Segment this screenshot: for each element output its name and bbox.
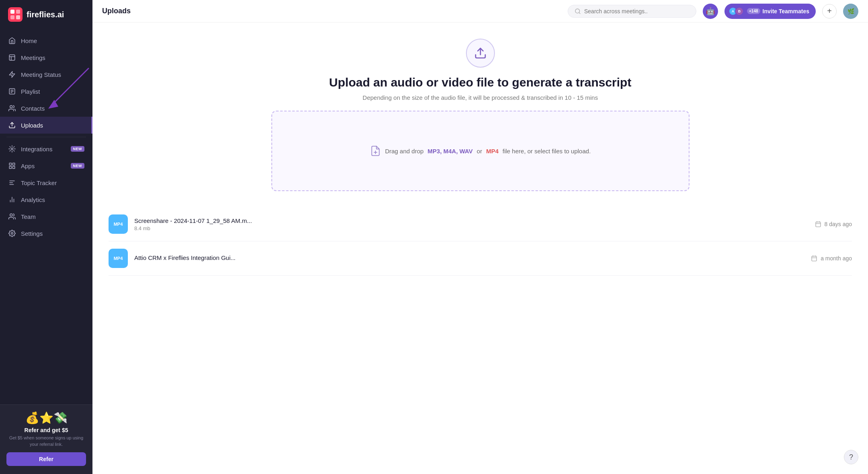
sidebar-item-apps-label: Apps (21, 163, 66, 169)
svg-point-26 (11, 233, 13, 235)
drop-format-red: MP4 (486, 148, 499, 155)
svg-rect-2 (16, 10, 20, 14)
sidebar-item-integrations[interactable]: Integrations NEW (0, 140, 92, 157)
sidebar-item-meetings-label: Meetings (21, 54, 84, 61)
contacts-icon (8, 104, 16, 112)
file-upload-icon (370, 145, 381, 157)
main-content: Uploads 🤖 A B +148 Invite Teammates + 🌿 … (92, 0, 868, 474)
upload-icon (474, 47, 487, 60)
file-badge-1: MP4 (109, 214, 128, 234)
meetings-icon (8, 54, 16, 62)
invite-teammates-button[interactable]: A B +148 Invite Teammates (724, 4, 816, 19)
file-list: MP4 Screenshare - 2024-11-07 1_29_58 AM.… (92, 203, 868, 284)
file-size-1: 8.4 mb (134, 225, 808, 231)
upload-hero: Upload an audio or video file to generat… (92, 23, 868, 203)
home-icon (8, 37, 16, 45)
sidebar-item-contacts-label: Contacts (21, 105, 84, 112)
upload-subtitle: Depending on the size of the audio file,… (363, 94, 598, 101)
search-input[interactable] (584, 8, 689, 14)
file-info-2: Attio CRM x Fireflies Integration Gui... (134, 254, 804, 262)
sidebar: fireflies.ai Home Meetings Meeting Statu… (0, 0, 92, 474)
svg-rect-18 (13, 167, 15, 169)
sidebar-item-meeting-status[interactable]: Meeting Status (0, 66, 92, 83)
sidebar-item-team[interactable]: Team (0, 208, 92, 225)
refer-description: Get $5 when someone signs up using your … (6, 435, 86, 447)
refer-button[interactable]: Refer (6, 452, 86, 466)
file-name-2: Attio CRM x Fireflies Integration Gui... (134, 254, 804, 261)
search-bar[interactable] (568, 5, 696, 18)
add-button[interactable]: + (822, 4, 837, 19)
file-info-1: Screenshare - 2024-11-07 1_29_58 AM.m...… (134, 217, 808, 231)
svg-rect-1 (10, 10, 14, 14)
sidebar-item-team-label: Team (21, 213, 84, 220)
sidebar-item-playlist[interactable]: Playlist (0, 83, 92, 100)
integrations-icon (8, 145, 16, 153)
drop-text-or: or (477, 148, 482, 155)
header: Uploads 🤖 A B +148 Invite Teammates + 🌿 (92, 0, 868, 23)
svg-point-14 (11, 148, 13, 150)
fireflies-logo-icon (8, 7, 23, 22)
sidebar-item-analytics-label: Analytics (21, 196, 84, 203)
sidebar-item-playlist-label: Playlist (21, 88, 84, 95)
svg-rect-3 (10, 15, 14, 19)
calendar-icon-2 (811, 255, 817, 262)
calendar-icon (815, 221, 821, 227)
user-avatar[interactable]: 🌿 (843, 4, 858, 19)
page-title: Uploads (102, 7, 131, 15)
topic-icon (8, 179, 16, 187)
app-name: fireflies.ai (27, 10, 64, 19)
sidebar-divider (6, 137, 86, 137)
svg-rect-32 (816, 222, 821, 227)
sidebar-item-topic-tracker[interactable]: Topic Tracker (0, 174, 92, 191)
invite-count: +148 (747, 8, 760, 14)
search-icon (575, 8, 581, 14)
file-meta-2: a month ago (811, 255, 852, 262)
apps-icon (8, 162, 16, 170)
sidebar-logo[interactable]: fireflies.ai (0, 0, 92, 29)
uploads-icon (8, 121, 16, 129)
upload-title: Upload an audio or video file to generat… (329, 76, 632, 89)
sidebar-item-contacts[interactable]: Contacts (0, 100, 92, 117)
svg-rect-36 (812, 256, 817, 261)
help-button[interactable]: ? (844, 450, 858, 464)
drop-formats-purple: MP3, M4A, WAV (428, 148, 473, 155)
drop-zone-content: Drag and drop MP3, M4A, WAV or MP4 file … (370, 145, 591, 157)
sidebar-item-settings-label: Settings (21, 230, 84, 237)
sidebar-item-uploads[interactable]: Uploads (0, 117, 92, 134)
refer-title: Refer and get $5 (6, 427, 86, 433)
refer-emoji: 💰⭐💸 (6, 411, 86, 425)
svg-rect-0 (8, 7, 23, 22)
sidebar-item-meetings[interactable]: Meetings (0, 49, 92, 66)
svg-point-25 (10, 214, 12, 216)
svg-line-28 (579, 12, 580, 14)
sidebar-item-home[interactable]: Home (0, 32, 92, 49)
sidebar-item-meeting-status-label: Meeting Status (21, 71, 84, 78)
svg-rect-16 (13, 163, 15, 165)
svg-rect-15 (9, 163, 11, 165)
integrations-badge: NEW (71, 146, 85, 152)
file-item-2[interactable]: MP4 Attio CRM x Fireflies Integration Gu… (109, 241, 852, 276)
upload-icon-circle (466, 39, 495, 68)
invite-label: Invite Teammates (763, 8, 809, 14)
status-icon (8, 70, 16, 78)
analytics-icon (8, 196, 16, 204)
apps-badge: NEW (71, 163, 85, 169)
playlist-icon (8, 87, 16, 95)
robot-avatar[interactable]: 🤖 (703, 4, 718, 19)
svg-rect-17 (9, 167, 11, 169)
drop-zone[interactable]: Drag and drop MP3, M4A, WAV or MP4 file … (271, 111, 689, 191)
sidebar-refer-section: 💰⭐💸 Refer and get $5 Get $5 when someone… (0, 404, 92, 474)
help-icon: ? (849, 453, 853, 462)
svg-point-12 (10, 105, 12, 108)
sidebar-item-apps[interactable]: Apps NEW (0, 157, 92, 174)
sidebar-item-settings[interactable]: Settings (0, 225, 92, 242)
avatar-2: B (735, 7, 744, 16)
sidebar-item-integrations-label: Integrations (21, 146, 66, 153)
file-badge-2: MP4 (109, 249, 128, 268)
file-item[interactable]: MP4 Screenshare - 2024-11-07 1_29_58 AM.… (109, 207, 852, 241)
team-icon (8, 212, 16, 221)
sidebar-item-analytics[interactable]: Analytics (0, 191, 92, 208)
sidebar-item-uploads-label: Uploads (21, 122, 83, 129)
file-meta-1: 8 days ago (815, 221, 852, 227)
file-date-2: a month ago (821, 255, 852, 262)
